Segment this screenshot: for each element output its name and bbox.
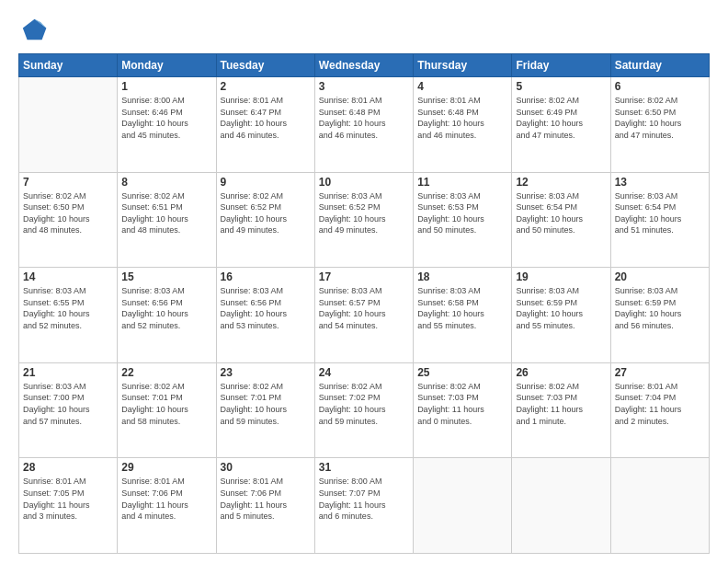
day-number: 4: [417, 80, 507, 93]
calendar-cell: 7Sunrise: 8:02 AM Sunset: 6:50 PM Daylig…: [19, 172, 118, 268]
day-number: 10: [319, 176, 409, 189]
weekday-header: Friday: [512, 54, 610, 77]
day-info: Sunrise: 8:03 AM Sunset: 6:53 PM Dayligh…: [417, 190, 507, 236]
day-info: Sunrise: 8:02 AM Sunset: 7:03 PM Dayligh…: [516, 381, 606, 427]
day-number: 1: [121, 80, 211, 93]
calendar-cell: 2Sunrise: 8:01 AM Sunset: 6:47 PM Daylig…: [216, 77, 314, 173]
calendar-cell: [19, 77, 118, 173]
day-number: 25: [417, 366, 507, 379]
day-number: 31: [319, 461, 409, 474]
calendar-cell: 1Sunrise: 8:00 AM Sunset: 6:46 PM Daylig…: [118, 77, 216, 173]
day-info: Sunrise: 8:03 AM Sunset: 6:55 PM Dayligh…: [23, 285, 113, 331]
calendar-cell: 13Sunrise: 8:03 AM Sunset: 6:54 PM Dayli…: [610, 172, 709, 268]
day-info: Sunrise: 8:00 AM Sunset: 7:07 PM Dayligh…: [319, 476, 409, 522]
calendar-cell: 18Sunrise: 8:03 AM Sunset: 6:58 PM Dayli…: [414, 268, 512, 363]
day-number: 11: [417, 176, 507, 189]
day-info: Sunrise: 8:01 AM Sunset: 7:06 PM Dayligh…: [221, 476, 311, 522]
svg-marker-0: [23, 19, 47, 40]
calendar-cell: [512, 458, 610, 554]
day-info: Sunrise: 8:01 AM Sunset: 6:48 PM Dayligh…: [319, 95, 409, 141]
weekday-header: Sunday: [19, 54, 118, 77]
calendar-cell: 22Sunrise: 8:02 AM Sunset: 7:01 PM Dayli…: [118, 362, 216, 458]
calendar-cell: 8Sunrise: 8:02 AM Sunset: 6:51 PM Daylig…: [118, 172, 216, 268]
day-number: 12: [516, 176, 606, 189]
day-number: 20: [615, 270, 705, 283]
day-number: 26: [516, 366, 606, 379]
day-number: 23: [221, 366, 311, 379]
day-info: Sunrise: 8:02 AM Sunset: 6:52 PM Dayligh…: [221, 190, 311, 236]
calendar-cell: 21Sunrise: 8:03 AM Sunset: 7:00 PM Dayli…: [19, 362, 118, 458]
calendar-cell: 24Sunrise: 8:02 AM Sunset: 7:02 PM Dayli…: [314, 362, 413, 458]
calendar-week-row: 14Sunrise: 8:03 AM Sunset: 6:55 PM Dayli…: [19, 268, 710, 363]
calendar-cell: 5Sunrise: 8:02 AM Sunset: 6:49 PM Daylig…: [512, 77, 610, 173]
day-number: 21: [23, 366, 113, 379]
day-info: Sunrise: 8:03 AM Sunset: 6:56 PM Dayligh…: [221, 285, 311, 331]
day-info: Sunrise: 8:01 AM Sunset: 6:47 PM Dayligh…: [221, 95, 311, 141]
day-info: Sunrise: 8:03 AM Sunset: 6:59 PM Dayligh…: [516, 285, 606, 331]
weekday-header: Thursday: [414, 54, 512, 77]
calendar-cell: 31Sunrise: 8:00 AM Sunset: 7:07 PM Dayli…: [314, 458, 413, 554]
calendar-cell: 27Sunrise: 8:01 AM Sunset: 7:04 PM Dayli…: [610, 362, 709, 458]
calendar-cell: 23Sunrise: 8:02 AM Sunset: 7:01 PM Dayli…: [216, 362, 314, 458]
day-number: 16: [221, 270, 311, 283]
day-info: Sunrise: 8:02 AM Sunset: 6:49 PM Dayligh…: [516, 95, 606, 141]
calendar-cell: 9Sunrise: 8:02 AM Sunset: 6:52 PM Daylig…: [216, 172, 314, 268]
logo: [18, 15, 51, 44]
calendar-cell: 6Sunrise: 8:02 AM Sunset: 6:50 PM Daylig…: [610, 77, 709, 173]
day-info: Sunrise: 8:02 AM Sunset: 6:50 PM Dayligh…: [615, 95, 705, 141]
day-info: Sunrise: 8:03 AM Sunset: 6:54 PM Dayligh…: [516, 190, 606, 236]
day-number: 8: [121, 176, 211, 189]
day-info: Sunrise: 8:00 AM Sunset: 6:46 PM Dayligh…: [121, 95, 211, 141]
day-info: Sunrise: 8:02 AM Sunset: 7:01 PM Dayligh…: [221, 381, 311, 427]
weekday-header: Tuesday: [216, 54, 314, 77]
weekday-header: Monday: [118, 54, 216, 77]
calendar-cell: 30Sunrise: 8:01 AM Sunset: 7:06 PM Dayli…: [216, 458, 314, 554]
calendar-cell: 16Sunrise: 8:03 AM Sunset: 6:56 PM Dayli…: [216, 268, 314, 363]
calendar-week-row: 21Sunrise: 8:03 AM Sunset: 7:00 PM Dayli…: [19, 362, 710, 458]
day-info: Sunrise: 8:02 AM Sunset: 7:03 PM Dayligh…: [417, 381, 507, 427]
calendar-header-row: SundayMondayTuesdayWednesdayThursdayFrid…: [19, 54, 710, 77]
day-number: 18: [417, 270, 507, 283]
weekday-header: Wednesday: [314, 54, 413, 77]
day-info: Sunrise: 8:02 AM Sunset: 7:02 PM Dayligh…: [319, 381, 409, 427]
calendar-table: SundayMondayTuesdayWednesdayThursdayFrid…: [18, 53, 710, 554]
day-info: Sunrise: 8:01 AM Sunset: 7:06 PM Dayligh…: [121, 476, 211, 522]
calendar-cell: 4Sunrise: 8:01 AM Sunset: 6:48 PM Daylig…: [414, 77, 512, 173]
calendar-cell: 29Sunrise: 8:01 AM Sunset: 7:06 PM Dayli…: [118, 458, 216, 554]
weekday-header: Saturday: [610, 54, 709, 77]
calendar-week-row: 1Sunrise: 8:00 AM Sunset: 6:46 PM Daylig…: [19, 77, 710, 173]
day-number: 17: [319, 270, 409, 283]
calendar-cell: 28Sunrise: 8:01 AM Sunset: 7:05 PM Dayli…: [19, 458, 118, 554]
calendar-cell: 19Sunrise: 8:03 AM Sunset: 6:59 PM Dayli…: [512, 268, 610, 363]
header: [18, 15, 710, 44]
page: SundayMondayTuesdayWednesdayThursdayFrid…: [0, 0, 728, 563]
day-number: 2: [221, 80, 311, 93]
calendar-cell: [414, 458, 512, 554]
day-info: Sunrise: 8:03 AM Sunset: 6:59 PM Dayligh…: [615, 285, 705, 331]
calendar-cell: 26Sunrise: 8:02 AM Sunset: 7:03 PM Dayli…: [512, 362, 610, 458]
day-number: 28: [23, 461, 113, 474]
day-number: 15: [121, 270, 211, 283]
day-info: Sunrise: 8:03 AM Sunset: 6:52 PM Dayligh…: [319, 190, 409, 236]
calendar-cell: 11Sunrise: 8:03 AM Sunset: 6:53 PM Dayli…: [414, 172, 512, 268]
day-number: 3: [319, 80, 409, 93]
day-info: Sunrise: 8:02 AM Sunset: 6:51 PM Dayligh…: [121, 190, 211, 236]
day-info: Sunrise: 8:01 AM Sunset: 7:04 PM Dayligh…: [615, 381, 705, 427]
day-number: 13: [615, 176, 705, 189]
calendar-week-row: 28Sunrise: 8:01 AM Sunset: 7:05 PM Dayli…: [19, 458, 710, 554]
day-number: 22: [121, 366, 211, 379]
calendar-cell: 12Sunrise: 8:03 AM Sunset: 6:54 PM Dayli…: [512, 172, 610, 268]
calendar-week-row: 7Sunrise: 8:02 AM Sunset: 6:50 PM Daylig…: [19, 172, 710, 268]
day-number: 14: [23, 270, 113, 283]
calendar-cell: 3Sunrise: 8:01 AM Sunset: 6:48 PM Daylig…: [314, 77, 413, 173]
day-info: Sunrise: 8:03 AM Sunset: 6:57 PM Dayligh…: [319, 285, 409, 331]
day-info: Sunrise: 8:03 AM Sunset: 6:54 PM Dayligh…: [615, 190, 705, 236]
logo-icon: [18, 15, 48, 44]
calendar-cell: 14Sunrise: 8:03 AM Sunset: 6:55 PM Dayli…: [19, 268, 118, 363]
day-number: 30: [221, 461, 311, 474]
day-info: Sunrise: 8:03 AM Sunset: 6:56 PM Dayligh…: [121, 285, 211, 331]
day-number: 5: [516, 80, 606, 93]
day-info: Sunrise: 8:02 AM Sunset: 7:01 PM Dayligh…: [121, 381, 211, 427]
day-info: Sunrise: 8:01 AM Sunset: 7:05 PM Dayligh…: [23, 476, 113, 522]
day-number: 9: [221, 176, 311, 189]
